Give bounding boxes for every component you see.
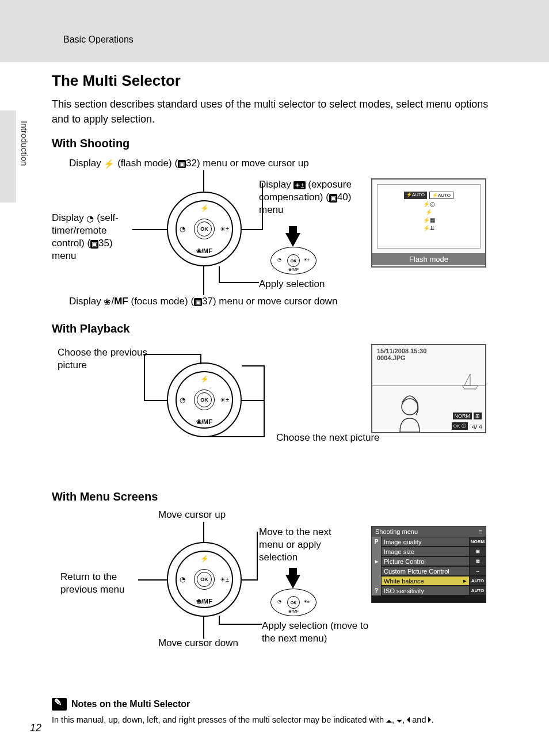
menu-title: Shooting menu <box>375 528 418 535</box>
page-ref-icon: ▣ <box>90 240 98 248</box>
ok-press-illustration: OK ◔ ☀± ❀/MF <box>270 568 317 616</box>
section-playback: With Playback Choose the previous pictur… <box>52 322 489 472</box>
callout-prev-menu: Return to the previous menu <box>60 571 141 596</box>
menus-heading: With Menu Screens <box>52 490 489 503</box>
menu-row: ▸Picture Control⊠ <box>372 556 486 566</box>
notes-body: In this manual, up, down, left, and righ… <box>52 714 489 726</box>
notes-heading: Notes on the Multi Selector <box>71 699 190 709</box>
side-tab <box>0 110 16 203</box>
callout-flash-up: Display ⚡ (flash mode) (▣32) menu or mov… <box>69 157 309 170</box>
exposure-icon: ☀± <box>220 226 229 233</box>
up-arrow-icon <box>386 720 392 723</box>
callout-prev-picture: Choose the previous picture <box>58 346 150 372</box>
side-tab-label: Introduction <box>20 121 29 166</box>
callout-cursor-down: Move cursor down <box>158 637 238 650</box>
page-ref-icon: ▣ <box>178 160 186 168</box>
down-arrow-icon <box>396 720 402 723</box>
page-number: 12 <box>30 722 41 734</box>
notes-section: Notes on the Multi Selector In this manu… <box>52 698 489 726</box>
ok-press-illustration: OK ◔ ☀± ❀/MF <box>270 226 317 274</box>
menu-row: White balance▸AUTO <box>372 576 486 586</box>
flash-icon: ⚡ <box>104 159 115 169</box>
section-menus: With Menu Screens Move cursor up Move cu… <box>52 490 489 651</box>
menu-scroll-icon: ≡ <box>479 528 482 535</box>
playback-screen: 15/11/2008 15:30 0004.JPG NORM ⊞ <box>371 344 486 433</box>
multi-selector-dial: OK ⚡ ❀/MF ◔ ☀± <box>167 542 242 617</box>
callout-apply-menu: Apply selection (move to the next menu) <box>262 620 383 645</box>
shooting-heading: With Shooting <box>52 137 489 150</box>
section-shooting: With Shooting Display ⚡ (flash mode) (▣3… <box>52 137 489 304</box>
callout-exposure: Display ☀± (exposure compensation) (▣40)… <box>259 178 357 216</box>
intro-text: This section describes standard uses of … <box>52 97 489 127</box>
menu-row: Custom Picture Control-- <box>372 566 486 576</box>
header-text: Basic Operations <box>63 35 134 44</box>
timer-icon: ◔ <box>180 225 185 233</box>
ok-hint-badge: OK ⓘ <box>452 422 468 430</box>
callout-apply: Apply selection <box>259 278 325 291</box>
playback-heading: With Playback <box>52 322 489 335</box>
playback-date: 15/11/2008 15:30 <box>377 348 426 354</box>
page-ref-icon: ▣ <box>329 194 337 202</box>
pencil-note-icon <box>52 698 67 711</box>
multi-selector-dial: OK ⚡ ❀/MF ◔ ☀± <box>167 362 242 437</box>
flash-mode-screen: ⚡AUTO⚡AUTO ⚡◎ ⚡ ⚡▦ ⚡⇊ Flash mode <box>371 178 486 268</box>
exposure-comp-icon: ☀± <box>293 181 305 189</box>
shooting-menu-screen: Shooting menu≡ PImage qualityNORMImage s… <box>371 526 486 603</box>
page-ref-icon: ▣ <box>194 298 202 306</box>
macro-icon: ❀ <box>104 297 111 307</box>
playback-counter: 4/ 4 <box>471 423 482 430</box>
menu-row: Image size⊞ <box>372 547 486 556</box>
callout-focus-down: Display ❀/MF (focus mode) (▣37) menu or … <box>69 295 337 308</box>
page-title: The Multi Selector <box>52 72 489 90</box>
callout-self-timer: Display ◔ (self-timer/remote control) (▣… <box>52 212 132 262</box>
header-band: Basic Operations <box>0 0 549 62</box>
callout-cursor-up: Move cursor up <box>158 509 226 521</box>
playback-filename: 0004.JPG <box>377 354 426 361</box>
flash-mode-label: Flash mode <box>372 253 485 265</box>
timer-icon: ◔ <box>86 213 94 223</box>
flash-icon: ⚡ <box>200 204 209 212</box>
multi-selector-dial: OK ⚡ ❀/MF ◔ ☀± <box>167 192 242 266</box>
focus-icon: ❀/MF <box>196 247 212 255</box>
menu-row: ?ISO sensitivityAUTO <box>372 586 486 595</box>
menu-row: PImage qualityNORM <box>372 537 486 547</box>
callout-next-menu: Move to the next menu or apply selection <box>259 526 357 564</box>
left-arrow-icon <box>407 717 410 723</box>
callout-next-picture: Choose the next picture <box>276 432 380 444</box>
